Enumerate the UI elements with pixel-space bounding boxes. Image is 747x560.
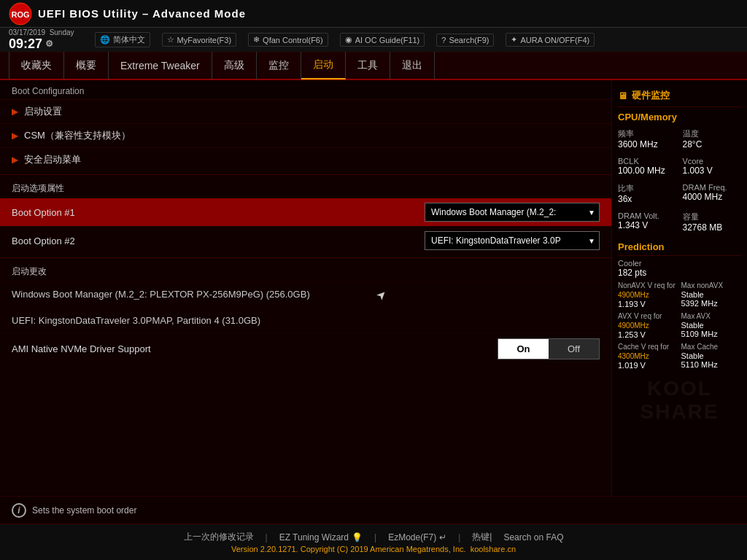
divider-2 — [0, 257, 611, 258]
settings-icon[interactable]: ⚙ — [45, 39, 53, 49]
qfan-tool[interactable]: ❄ Qfan Control(F6) — [248, 33, 328, 47]
boot-option-2-dropdown-wrapper: UEFI: KingstonDataTraveler 3.0P — [425, 231, 600, 250]
date-display: 03/17/2019 Sunday — [9, 28, 74, 36]
footer-links: 上一次的修改记录 | EZ Tuning Wizard 💡 | EzMode(F… — [184, 531, 564, 543]
hardware-monitor-title: 🖥 硬件监控 — [618, 86, 741, 107]
website-link[interactable]: koolshare.cn — [471, 545, 516, 553]
ez-mode-link[interactable]: EzMode(F7) ↵ — [388, 532, 446, 542]
header-logo: ROG UEFI BIOS Utility – Advanced Mode — [9, 2, 246, 26]
nav-item-monitor[interactable]: 监控 — [257, 52, 301, 79]
nav-item-advanced[interactable]: 高级 — [212, 52, 257, 79]
ami-nvme-label: AMI Native NVMe Driver Support — [12, 343, 498, 354]
cpu-memory-grid: 频率 3600 MHz 温度 28°C BCLK 100.00 MHz Vcor… — [618, 125, 741, 236]
time-display: 03/17/2019 Sunday 09:27 ⚙ — [9, 28, 74, 52]
star-icon: ☆ — [167, 35, 174, 44]
nav-item-tools[interactable]: 工具 — [346, 52, 390, 79]
change-title: 启动更改 — [0, 261, 611, 281]
search-tool[interactable]: ? Search(F9) — [436, 34, 494, 47]
temp-label: 温度 — [683, 128, 742, 139]
pred-subval-2: 1.019 V — [618, 361, 678, 370]
aura-icon: ✦ — [511, 35, 517, 44]
pred-freq-1: 4900MHz — [618, 322, 649, 330]
info-icon: i — [12, 503, 26, 518]
nav-item-favorites[interactable]: 收藏夹 — [9, 52, 64, 79]
capacity-value: 32768 MB — [683, 222, 742, 233]
subsection-title: 启动选项属性 — [0, 178, 611, 198]
last-modified-link[interactable]: 上一次的修改记录 — [184, 531, 254, 543]
myfavorite-tool[interactable]: ☆ MyFavorite(F3) — [162, 33, 237, 47]
boot-option-1-label: Boot Option #1 — [12, 207, 425, 218]
toggle-off-button[interactable]: Off — [549, 339, 599, 359]
bclk-value: 100.00 MHz — [618, 166, 677, 176]
nav-item-overview[interactable]: 概要 — [64, 52, 109, 79]
boot-option-1-row: Boot Option #1 Windows Boot Manager (M.2… — [0, 198, 611, 226]
pred-mhz-0: 5392 MHz — [681, 299, 742, 308]
time-bar: 03/17/2019 Sunday 09:27 ⚙ 🌐 简体中文 ☆ MyFav… — [0, 28, 747, 52]
secure-boot-item[interactable]: ▶ 安全启动菜单 — [0, 147, 611, 171]
ratio-value: 36x — [618, 194, 677, 204]
vcore-value: 1.003 V — [683, 166, 742, 176]
aura-tool[interactable]: ✦ AURA ON/OFF(F4) — [506, 33, 595, 47]
section-title: Boot Configuration — [0, 80, 611, 99]
clock-display: 09:27 ⚙ — [9, 36, 53, 52]
dram-freq-label: DRAM Freq. — [683, 183, 742, 192]
pred-maxlabel-2: Max Cache — [681, 342, 742, 351]
search-icon: ? — [441, 36, 446, 44]
watermark: KOOL SHARE — [618, 377, 741, 424]
nav-item-boot[interactable]: 启动 — [301, 52, 346, 79]
main-layout: Boot Configuration ▶ 启动设置 ▶ CSM（兼容性支持模块）… — [0, 80, 747, 496]
csm-item[interactable]: ▶ CSM（兼容性支持模块） — [0, 123, 611, 147]
hotkeys-link[interactable]: 热键| — [472, 531, 492, 543]
pred-maxlabel-1: Max AVX — [681, 311, 742, 321]
pred-row-1: AVX V req for 4900MHz 1.253 V Max AVX St… — [618, 311, 741, 339]
footer: 上一次的修改记录 | EZ Tuning Wizard 💡 | EzMode(F… — [0, 524, 747, 560]
cooler-label: Cooler — [618, 259, 741, 268]
pred-maxval-0: Stable — [681, 290, 742, 299]
rog-logo-icon: ROG — [9, 2, 32, 26]
pred-maxval-1: Stable — [681, 321, 742, 330]
pred-row-2: Cache V req for 4300MHz 1.019 V Max Cach… — [618, 342, 741, 370]
boot-option-2-row: Boot Option #2 UEFI: KingstonDataTravele… — [0, 226, 611, 254]
ratio-label: 比率 — [618, 183, 677, 194]
pred-maxlabel-0: Max nonAVX — [681, 281, 742, 290]
expand-arrow-icon: ▶ — [12, 131, 18, 141]
boot-item-2-text: UEFI: KingstonDataTraveler 3.0PMAP, Part… — [12, 315, 600, 326]
pred-row-0: NonAVX V req for 4900MHz 1.193 V Max non… — [618, 281, 741, 308]
cpu-memory-title: CPU/Memory — [618, 112, 741, 122]
pred-freq-0: 4900MHz — [618, 291, 649, 299]
toggle-on-button[interactable]: On — [498, 339, 549, 359]
freq-label: 频率 — [618, 128, 677, 139]
pred-freq-2: 4300MHz — [618, 352, 649, 360]
dram-volt-label: DRAM Volt. — [618, 211, 677, 220]
search-faq-link[interactable]: Search on FAQ — [503, 532, 563, 542]
boot-option-1-dropdown-wrapper: Windows Boot Manager (M.2_2: — [425, 203, 600, 222]
nav-item-extreme-tweaker[interactable]: Extreme Tweaker — [109, 52, 212, 79]
boot-settings-label: 启动设置 — [24, 105, 62, 118]
vcore-label: Vcore — [683, 157, 742, 166]
divider — [0, 174, 611, 175]
ezmode-icon: ↵ — [439, 532, 446, 542]
cooler-value: 182 pts — [618, 268, 741, 278]
content-area: Boot Configuration ▶ 启动设置 ▶ CSM（兼容性支持模块）… — [0, 80, 612, 496]
ez-tuning-link[interactable]: EZ Tuning Wizard 💡 — [279, 532, 363, 542]
boot-item-2-row: UEFI: KingstonDataTraveler 3.0PMAP, Part… — [0, 307, 611, 333]
nav-item-exit[interactable]: 退出 — [390, 52, 435, 79]
language-tool[interactable]: 🌐 简体中文 — [95, 32, 150, 47]
expand-arrow-icon: ▶ — [12, 155, 18, 165]
header-title: UEFI BIOS Utility – Advanced Mode — [38, 7, 246, 20]
prediction-title: Prediction — [618, 236, 741, 256]
aioc-tool[interactable]: ◉ AI OC Guide(F11) — [340, 33, 425, 47]
boot-option-1-select[interactable]: Windows Boot Manager (M.2_2: — [425, 203, 600, 222]
nvme-toggle: On Off — [498, 338, 600, 359]
globe-icon: 🌐 — [100, 35, 110, 44]
boot-settings-item[interactable]: ▶ 启动设置 — [0, 99, 611, 123]
boot-option-2-label: Boot Option #2 — [12, 236, 425, 246]
dram-volt-value: 1.343 V — [618, 220, 677, 230]
boot-item-1-row: Windows Boot Manager (M.2_2: PLEXTOR PX-… — [0, 281, 611, 307]
boot-option-2-select[interactable]: UEFI: KingstonDataTraveler 3.0P — [425, 231, 600, 250]
time-bar-tools: 🌐 简体中文 ☆ MyFavorite(F3) ❄ Qfan Control(F… — [95, 32, 595, 47]
pred-mhz-2: 5110 MHz — [681, 360, 742, 369]
footer-copyright: Version 2.20.1271. Copyright (C) 2019 Am… — [231, 545, 516, 553]
ai-icon: ◉ — [345, 35, 352, 44]
header: ROG UEFI BIOS Utility – Advanced Mode — [0, 0, 747, 28]
